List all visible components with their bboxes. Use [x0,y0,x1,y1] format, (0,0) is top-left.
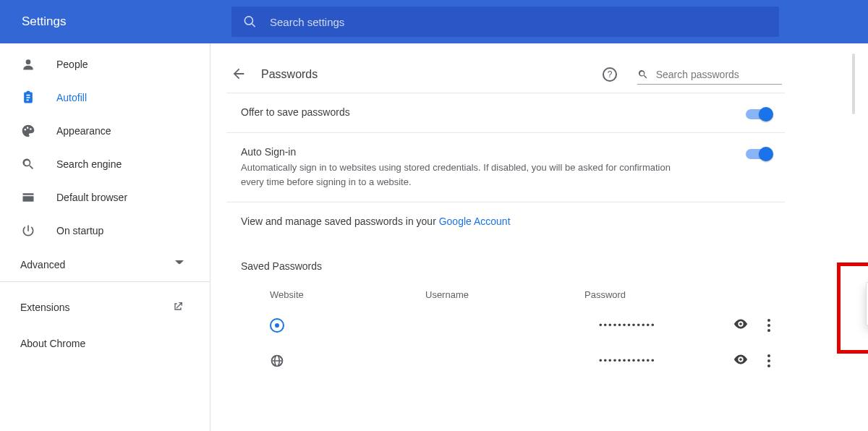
manage-passwords-row: View and manage saved passwords in your … [226,202,785,240]
search-settings-input[interactable] [270,16,767,28]
password-search-input[interactable] [656,69,782,80]
search-icon [243,14,257,29]
row-menu-button[interactable] [767,319,770,332]
sidebar-link-about[interactable]: About Chrome [0,325,210,362]
clipboard-icon [20,90,36,105]
offer-save-label: Offer to save passwords [241,106,746,118]
palette-icon [20,124,36,138]
panel-header: Passwords ? [226,56,785,93]
manage-passwords-text: View and manage saved passwords in your [241,216,439,227]
sidebar-advanced-label: Advanced [20,259,65,270]
back-button[interactable] [231,66,247,84]
help-icon[interactable]: ? [603,67,617,82]
offer-save-toggle[interactable] [746,109,770,119]
cell-password-masked: •••••••••••• [599,355,733,366]
password-row: •••••••••••• [226,343,785,378]
sidebar-item-people[interactable]: People [0,48,210,81]
sidebar-item-appearance[interactable]: Appearance [0,114,210,148]
svg-point-5 [30,128,32,130]
svg-point-7 [739,358,742,361]
sidebar-item-label: People [56,59,88,70]
svg-point-3 [25,129,27,131]
auto-signin-description: Automatically sign in to websites using … [241,161,689,189]
offer-save-section: Offer to save passwords [226,93,785,132]
saved-passwords-heading: Saved Passwords [226,240,785,279]
power-icon [20,223,36,238]
browser-icon [20,190,36,205]
auto-signin-label: Auto Sign-in [241,146,746,158]
sidebar-item-default-browser[interactable]: Default browser [0,181,210,214]
auto-signin-toggle[interactable] [746,149,770,159]
column-website: Website [270,289,425,300]
svg-point-6 [739,323,742,325]
password-table-header: Website Username Password [226,279,785,307]
main-content: Passwords ? Offer to save passwords Auto… [210,43,868,431]
column-username: Username [425,289,584,300]
show-password-button[interactable] [733,351,749,370]
search-settings-bar[interactable] [231,7,779,37]
sidebar-item-autofill[interactable]: Autofill [0,81,210,114]
show-password-button[interactable] [733,316,749,334]
svg-line-1 [252,24,255,27]
scrollbar[interactable] [852,54,855,114]
sidebar-item-search-engine[interactable]: Search engine [0,148,210,181]
svg-point-4 [27,127,29,129]
app-title: Settings [22,14,231,29]
sidebar-link-label: Extensions [20,302,69,313]
site-favicon-icon [270,318,284,333]
password-search[interactable] [637,64,782,85]
sidebar-item-label: Appearance [56,125,111,137]
sidebar-link-extensions[interactable]: Extensions [0,289,210,325]
sidebar-link-label: About Chrome [20,338,85,349]
external-link-icon [172,301,184,315]
svg-point-0 [244,17,252,25]
sidebar-item-label: On startup [56,225,103,236]
svg-point-2 [26,59,31,64]
auto-signin-section: Auto Sign-in Automatically sign in to we… [226,132,785,202]
panel-title: Passwords [261,68,603,81]
cell-password-masked: •••••••••••• [599,320,733,330]
app-header: Settings [0,0,868,43]
column-password: Password [584,289,770,300]
globe-icon [270,354,284,368]
search-icon [637,68,649,81]
sidebar-item-label: Autofill [56,92,87,103]
settings-sidebar: People Autofill Appearance Search engine… [0,43,210,431]
person-icon [20,57,36,72]
chevron-down-icon [175,260,184,269]
sidebar-item-on-startup[interactable]: On startup [0,214,210,247]
search-icon [20,157,36,171]
row-menu-button[interactable] [767,354,770,367]
annotation-highlight [837,263,868,354]
sidebar-item-label: Default browser [56,192,127,203]
password-row: •••••••••••• [226,307,785,343]
google-account-link[interactable]: Google Account [439,216,511,227]
sidebar-item-label: Search engine [56,158,122,170]
passwords-panel: Passwords ? Offer to save passwords Auto… [226,56,785,378]
sidebar-advanced-toggle[interactable]: Advanced [0,247,210,282]
